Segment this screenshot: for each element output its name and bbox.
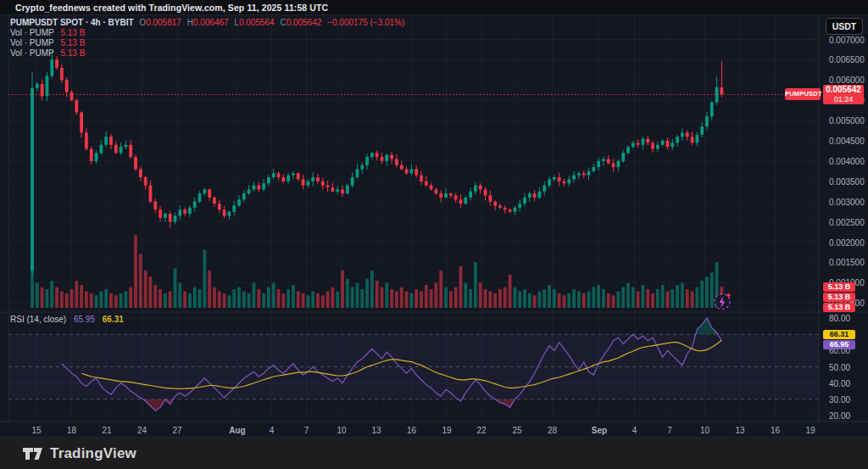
- time-tick-label: 27: [172, 426, 181, 435]
- rsi-legend[interactable]: RSI (14, close) 65.95 66.31: [10, 315, 124, 324]
- rsi-tick-label: 30.00: [829, 395, 850, 405]
- price-tick-label: 0.005000: [829, 116, 865, 126]
- chart-canvas[interactable]: [0, 0, 868, 469]
- rsi-tick-label: 50.00: [829, 363, 850, 372]
- time-tick-label: 4: [270, 426, 275, 435]
- time-tick-label: 16: [771, 426, 780, 435]
- rsi-current-ma-label: 66.31: [823, 330, 855, 340]
- price-tick-label: 0.006500: [829, 55, 865, 64]
- attribution-bar: Crypto_feednews created with TradingView…: [0, 0, 868, 14]
- price-tick-label: 0.003000: [829, 198, 865, 207]
- time-tick-label: 13: [371, 426, 381, 435]
- time-tick-label: 28: [548, 426, 557, 435]
- price-tick-label: 0.003500: [829, 177, 865, 187]
- rsi-legend-ma-value: 66.31: [103, 315, 124, 324]
- tradingview-snapshot: Crypto_feednews created with TradingView…: [0, 0, 868, 469]
- price-tick-label: 0.004000: [829, 157, 865, 166]
- time-tick-label: 19: [805, 426, 815, 435]
- last-price-symbol-tag: PUMPUSDT: [785, 88, 821, 100]
- volume-value-label: 5.13 B: [823, 293, 855, 303]
- lightning-marker-icon[interactable]: [715, 293, 731, 310]
- time-tick-label: 24: [137, 426, 147, 435]
- last-price-label: 0.005642 01:24: [823, 85, 864, 104]
- rsi-tick-label: 80.00: [829, 314, 850, 323]
- rsi-tick-label: 40.00: [829, 379, 850, 388]
- time-tick-label: 10: [700, 426, 709, 435]
- price-tick-label: 0.007000: [829, 36, 865, 45]
- price-tick-label: 0.006000: [829, 75, 865, 85]
- price-tick-label: 0.002500: [829, 218, 865, 227]
- price-tick-label: 0.004500: [829, 137, 865, 146]
- time-tick-label: 7: [667, 426, 672, 435]
- rsi-tick-label: 20.00: [829, 411, 850, 421]
- price-tick-label: 0.002000: [829, 238, 865, 248]
- time-tick-label: Sep: [592, 426, 607, 435]
- tradingview-brand-text[interactable]: TradingView: [50, 445, 136, 462]
- rsi-current-value-label: 65.95: [823, 340, 855, 350]
- time-tick-label: 25: [512, 426, 521, 435]
- time-tick-label: 13: [735, 426, 744, 435]
- time-tick-label: Aug: [229, 426, 245, 435]
- time-tick-label: 7: [304, 426, 309, 435]
- last-price-value: 0.005642: [823, 85, 864, 95]
- time-tick-label: 4: [632, 426, 637, 435]
- price-tick-label: 0.001500: [829, 258, 865, 267]
- time-tick-label: 19: [442, 426, 451, 435]
- currency-toggle-button[interactable]: USDT: [826, 18, 863, 35]
- footer-bar: TradingView: [0, 438, 868, 469]
- tradingview-logo-icon[interactable]: [22, 445, 44, 462]
- time-tick-label: 18: [67, 426, 76, 435]
- time-tick-label: 22: [476, 426, 486, 435]
- volume-value-label: 5.13 B: [823, 303, 855, 313]
- time-tick-label: 16: [407, 426, 416, 435]
- rsi-legend-title: RSI (14, close): [10, 315, 66, 324]
- rsi-legend-value: 65.95: [74, 315, 95, 324]
- time-tick-label: 15: [31, 426, 41, 435]
- time-tick-label: 21: [102, 426, 111, 435]
- countdown-label: 01:24: [823, 95, 864, 105]
- time-tick-label: 10: [337, 426, 346, 435]
- attribution-text: Crypto_feednews created with TradingView…: [15, 3, 328, 13]
- volume-value-label: 5.13 B: [823, 282, 855, 293]
